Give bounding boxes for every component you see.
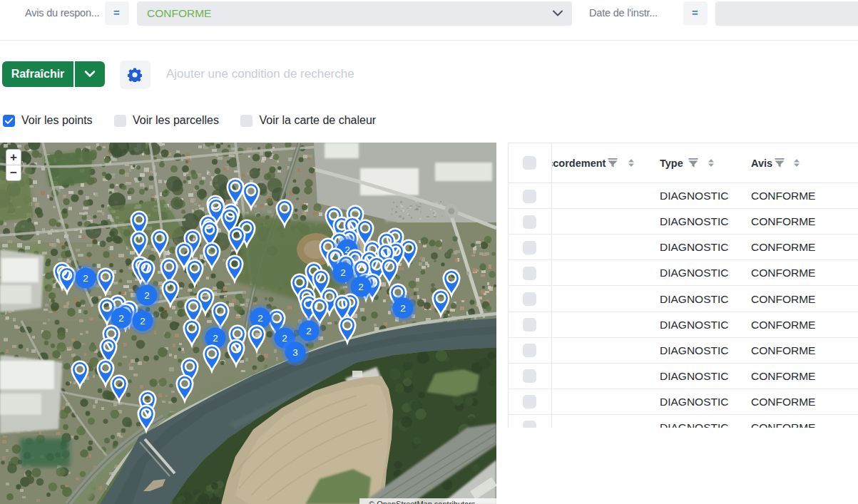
svg-text:2: 2	[83, 272, 88, 283]
svg-text:2: 2	[257, 312, 263, 323]
svg-text:2: 2	[282, 332, 287, 343]
svg-text:2: 2	[358, 281, 364, 292]
svg-text:2: 2	[400, 302, 406, 313]
svg-text:2: 2	[144, 289, 150, 300]
svg-text:2: 2	[118, 312, 124, 323]
svg-text:2: 2	[340, 267, 346, 277]
svg-text:2: 2	[306, 325, 312, 336]
svg-text:2: 2	[140, 315, 145, 326]
svg-text:3: 3	[292, 346, 298, 357]
svg-text:2: 2	[213, 332, 218, 343]
